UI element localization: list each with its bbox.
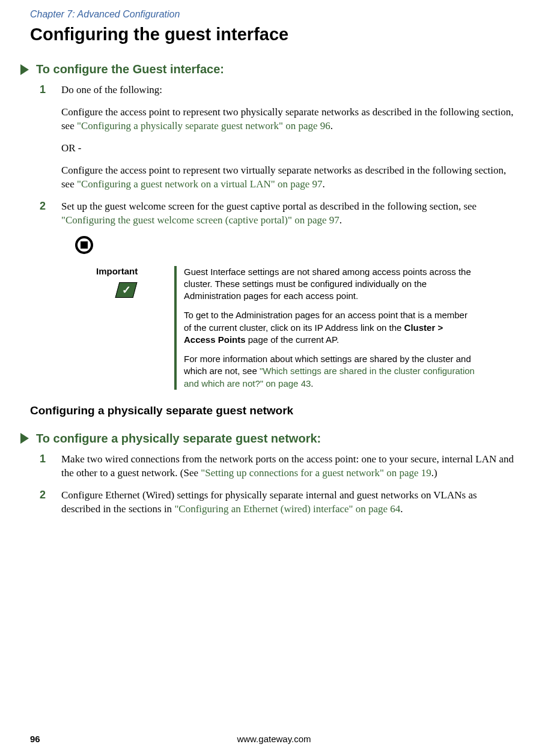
text-fragment: . — [339, 214, 342, 226]
step-text: Do one of the following: — [61, 84, 162, 95]
step-text: Set up the guest welcome screen for the … — [61, 201, 476, 226]
procedure-heading-1: To configure the Guest interface: — [43, 62, 518, 76]
step-text: Make two wired connections from the netw… — [61, 453, 514, 479]
step-number: 2 — [50, 489, 61, 501]
link-virtual-lan[interactable]: "Configuring a guest network on a virtua… — [77, 178, 323, 190]
chapter-header: Chapter 7: Advanced Configuration — [30, 0, 518, 20]
link-welcome-screen[interactable]: "Configuring the guest welcome screen (c… — [61, 214, 339, 226]
sub-heading: Configuring a physically separate guest … — [30, 404, 518, 417]
footer: 96 www.gateway.com — [30, 734, 518, 744]
procedure-title-1: To configure the Guest interface: — [36, 62, 224, 76]
step-body: Configure the access point to represent … — [61, 106, 518, 133]
step-body: Configure the access point to represent … — [61, 164, 518, 192]
text-fragment: . — [330, 120, 333, 132]
step-2b: 2Configure Ethernet (Wired) settings for… — [61, 489, 518, 516]
text-fragment: . — [400, 503, 403, 515]
stop-square — [81, 241, 88, 249]
page-title: Configuring the guest interface — [30, 25, 518, 44]
check-icon: ✓ — [115, 282, 138, 298]
procedure-heading-2: To configure a physically separate guest… — [43, 432, 518, 446]
text-fragment: . — [311, 378, 313, 389]
step-text: Configure Ethernet (Wired) settings for … — [61, 489, 477, 515]
important-box: Important ✓ Guest Interface settings are… — [96, 266, 476, 390]
divider — [174, 266, 177, 390]
important-para-1: Guest Interface settings are not shared … — [184, 266, 476, 303]
page-number: 96 — [30, 734, 40, 744]
procedure-title-2: To configure a physically separate guest… — [36, 432, 321, 446]
footer-url: www.gateway.com — [237, 734, 311, 744]
arrow-icon — [20, 433, 29, 444]
important-para-3: For more information about which setting… — [184, 353, 476, 390]
step-number: 1 — [50, 453, 61, 465]
text-fragment: .) — [431, 467, 437, 479]
or-text: OR - — [61, 142, 518, 156]
link-ethernet-interface[interactable]: "Configuring an Ethernet (wired) interfa… — [174, 503, 400, 515]
arrow-icon — [20, 64, 29, 75]
important-label-column: Important ✓ — [96, 266, 174, 390]
important-para-2: To get to the Administration pages for a… — [184, 309, 476, 346]
step-1b: 1Make two wired connections from the net… — [61, 453, 518, 480]
step-1: 1Do one of the following: — [61, 83, 518, 97]
step-number: 2 — [50, 200, 61, 213]
important-content: Guest Interface settings are not shared … — [184, 266, 476, 390]
text-fragment: . — [323, 178, 325, 190]
link-setup-connections[interactable]: "Setting up connections for a guest netw… — [201, 467, 431, 479]
link-physical-guest[interactable]: "Configuring a physically separate guest… — [77, 120, 330, 132]
text-fragment: page of the current AP. — [246, 334, 339, 345]
text-fragment: Set up the guest welcome screen for the … — [61, 201, 476, 212]
step-2: 2Set up the guest welcome screen for the… — [61, 200, 518, 228]
stop-icon — [75, 236, 93, 254]
important-label: Important — [96, 266, 174, 276]
step-number: 1 — [50, 83, 61, 96]
